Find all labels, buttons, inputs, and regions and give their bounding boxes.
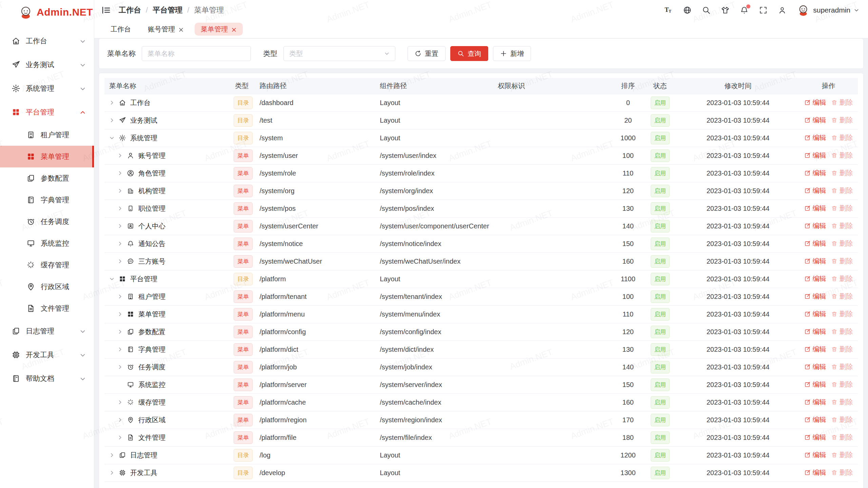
- delete-button[interactable]: 删除: [831, 345, 853, 354]
- sidebar-item-业务测试[interactable]: 业务测试: [0, 53, 94, 77]
- caret-right-icon[interactable]: [117, 400, 123, 405]
- delete-button[interactable]: 删除: [831, 133, 853, 142]
- edit-button[interactable]: 编辑: [804, 415, 826, 424]
- delete-button[interactable]: 删除: [831, 204, 853, 213]
- sidebar-item-字典管理[interactable]: 字典管理: [0, 189, 94, 211]
- reset-button[interactable]: 重置: [408, 46, 446, 61]
- delete-button[interactable]: 删除: [831, 116, 853, 125]
- edit-button[interactable]: 编辑: [804, 239, 826, 248]
- sidebar-item-系统管理[interactable]: 系统管理: [0, 77, 94, 100]
- user-menu[interactable]: superadmin: [797, 4, 859, 17]
- sidebar-item-菜单管理[interactable]: 菜单管理: [0, 146, 94, 167]
- tab-工作台[interactable]: 工作台: [104, 23, 137, 36]
- sidebar-item-平台管理[interactable]: 平台管理: [0, 100, 94, 124]
- delete-button[interactable]: 删除: [831, 433, 853, 442]
- delete-button[interactable]: 删除: [831, 168, 853, 178]
- add-button[interactable]: 新增: [493, 46, 531, 61]
- sidebar-item-文件管理[interactable]: 文件管理: [0, 298, 94, 319]
- delete-button[interactable]: 删除: [831, 327, 853, 336]
- fullscreen-icon[interactable]: [759, 6, 768, 15]
- breadcrumb-item[interactable]: 工作台: [119, 5, 141, 15]
- caret-right-icon[interactable]: [117, 153, 123, 158]
- edit-button[interactable]: 编辑: [804, 204, 826, 213]
- caret-right-icon[interactable]: [117, 417, 123, 423]
- delete-button[interactable]: 删除: [831, 257, 853, 266]
- delete-button[interactable]: 删除: [831, 398, 853, 407]
- close-icon[interactable]: [231, 26, 237, 32]
- caret-right-icon[interactable]: [117, 435, 123, 440]
- search-button[interactable]: 查询: [450, 46, 488, 61]
- delete-button[interactable]: 删除: [831, 151, 853, 160]
- delete-button[interactable]: 删除: [831, 380, 853, 389]
- search-icon[interactable]: [702, 6, 711, 15]
- caret-right-icon[interactable]: [117, 223, 123, 229]
- caret-right-icon[interactable]: [117, 311, 123, 317]
- caret-down-icon[interactable]: [109, 135, 115, 141]
- delete-button[interactable]: 删除: [831, 468, 853, 477]
- caret-right-icon[interactable]: [117, 259, 123, 264]
- delete-button[interactable]: 删除: [831, 239, 853, 248]
- caret-right-icon[interactable]: [117, 294, 123, 299]
- edit-button[interactable]: 编辑: [804, 433, 826, 442]
- delete-button[interactable]: 删除: [831, 221, 853, 230]
- edit-button[interactable]: 编辑: [804, 116, 826, 125]
- sidebar-item-工作台[interactable]: 工作台: [0, 29, 94, 53]
- caret-right-icon[interactable]: [109, 118, 115, 123]
- edit-button[interactable]: 编辑: [804, 450, 826, 460]
- caret-right-icon[interactable]: [117, 206, 123, 211]
- delete-button[interactable]: 删除: [831, 450, 853, 460]
- tab-菜单管理[interactable]: 菜单管理: [195, 23, 243, 36]
- caret-right-icon[interactable]: [117, 241, 123, 246]
- edit-button[interactable]: 编辑: [804, 168, 826, 178]
- sidebar-item-参数配置[interactable]: 参数配置: [0, 167, 94, 189]
- breadcrumb-item[interactable]: 平台管理: [153, 5, 182, 15]
- edit-button[interactable]: 编辑: [804, 274, 826, 283]
- delete-button[interactable]: 删除: [831, 186, 853, 195]
- edit-button[interactable]: 编辑: [804, 380, 826, 389]
- delete-button[interactable]: 删除: [831, 415, 853, 424]
- edit-button[interactable]: 编辑: [804, 327, 826, 336]
- edit-button[interactable]: 编辑: [804, 292, 826, 301]
- edit-button[interactable]: 编辑: [804, 362, 826, 371]
- type-select[interactable]: 类型: [283, 46, 395, 61]
- edit-button[interactable]: 编辑: [804, 398, 826, 407]
- notification-icon[interactable]: [740, 6, 749, 15]
- language-icon[interactable]: [683, 6, 692, 15]
- theme-icon[interactable]: [721, 6, 730, 15]
- delete-button[interactable]: 删除: [831, 98, 853, 107]
- caret-right-icon[interactable]: [117, 170, 123, 176]
- edit-button[interactable]: 编辑: [804, 257, 826, 266]
- delete-button[interactable]: 删除: [831, 274, 853, 283]
- delete-button[interactable]: 删除: [831, 362, 853, 371]
- edit-button[interactable]: 编辑: [804, 98, 826, 107]
- caret-right-icon[interactable]: [117, 364, 123, 370]
- edit-button[interactable]: 编辑: [804, 468, 826, 477]
- sidebar-item-开发工具[interactable]: 开发工具: [0, 343, 94, 367]
- tab-账号管理[interactable]: 账号管理: [142, 23, 190, 36]
- sidebar-item-系统监控[interactable]: 系统监控: [0, 232, 94, 254]
- font-size-icon[interactable]: TT: [664, 6, 673, 15]
- caret-right-icon[interactable]: [109, 470, 115, 475]
- caret-right-icon[interactable]: [109, 452, 115, 458]
- delete-button[interactable]: 删除: [831, 309, 853, 319]
- edit-button[interactable]: 编辑: [804, 186, 826, 195]
- sidebar-item-租户管理[interactable]: 租户管理: [0, 124, 94, 146]
- caret-right-icon[interactable]: [117, 347, 123, 352]
- caret-down-icon[interactable]: [109, 276, 115, 282]
- caret-right-icon[interactable]: [117, 188, 123, 194]
- edit-button[interactable]: 编辑: [804, 133, 826, 142]
- edit-button[interactable]: 编辑: [804, 345, 826, 354]
- delete-button[interactable]: 删除: [831, 292, 853, 301]
- close-icon[interactable]: [178, 26, 184, 32]
- caret-right-icon[interactable]: [117, 329, 123, 334]
- edit-button[interactable]: 编辑: [804, 221, 826, 230]
- profile-icon[interactable]: [778, 6, 787, 15]
- sidebar-item-帮助文档[interactable]: 帮助文档: [0, 367, 94, 390]
- edit-button[interactable]: 编辑: [804, 309, 826, 319]
- sidebar-fold-icon[interactable]: [101, 5, 111, 15]
- sidebar-item-缓存管理[interactable]: 缓存管理: [0, 254, 94, 276]
- sidebar-item-行政区域[interactable]: 行政区域: [0, 276, 94, 298]
- sidebar-item-任务调度[interactable]: 任务调度: [0, 211, 94, 232]
- menu-name-input[interactable]: [142, 46, 251, 61]
- caret-right-icon[interactable]: [109, 100, 115, 105]
